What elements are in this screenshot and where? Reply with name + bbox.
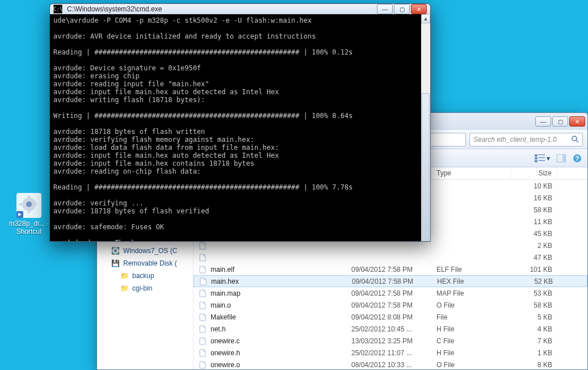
table-row[interactable]: Makefile09/04/2012 8:08 PMFile5 KB [194, 311, 587, 323]
folder-icon: 📁 [120, 271, 129, 280]
file-icon [198, 325, 207, 334]
file-date: 09/04/2012 7:58 PM [347, 266, 432, 274]
svg-rect-17 [562, 155, 565, 162]
cmd-titlebar[interactable]: C:\ C:\Windows\system32\cmd.exe — ▢ ✕ [50, 4, 430, 14]
col-type[interactable]: Type [432, 167, 511, 179]
desktop-shortcut-label: m328p_dr... - Shortcut [8, 220, 50, 236]
close-button[interactable]: ✕ [569, 116, 585, 127]
file-size: 52 KB [512, 278, 557, 285]
nav-backup-folder[interactable]: 📁backup [99, 270, 191, 282]
svg-rect-12 [535, 157, 537, 159]
svg-rect-13 [539, 157, 545, 158]
scroll-track[interactable] [421, 23, 430, 242]
gear-icon [15, 192, 43, 219]
preview-pane-button[interactable] [557, 154, 566, 162]
file-size: 7 KB [511, 337, 557, 345]
table-row[interactable]: onewire.h25/02/2012 11:07 ...H File1 KB [194, 347, 587, 359]
file-icon [198, 289, 207, 298]
file-date: 25/02/2012 11:07 ... [347, 349, 432, 357]
file-date: 13/03/2012 3:25 PM [347, 337, 432, 345]
file-size: 53 KB [511, 289, 557, 297]
table-row[interactable]: main.hex09/04/2012 7:58 PMHEX File52 KB [194, 275, 587, 287]
cmd-scrollbar[interactable]: ▲ ▼ [421, 14, 430, 242]
file-name: Makefile [211, 313, 236, 321]
file-size: 4 KB [511, 325, 557, 333]
file-icon [199, 277, 208, 286]
maximize-button[interactable]: ▢ [394, 4, 410, 14]
table-row[interactable]: onewire.c13/03/2012 3:25 PMC File7 KB [194, 335, 587, 347]
file-date: 09/04/2012 7:58 PM [347, 301, 432, 309]
file-date: 09/04/2012 8:08 PM [347, 313, 432, 321]
file-name: main.o [211, 301, 231, 309]
scroll-up-button[interactable]: ▲ [421, 14, 430, 23]
file-size: 1 KB [511, 349, 557, 357]
svg-rect-5 [19, 203, 22, 205]
svg-rect-4 [28, 210, 30, 213]
file-size: 58 KB [511, 301, 557, 309]
file-icon [198, 337, 207, 346]
file-type: O File [432, 361, 511, 369]
cmd-icon: C:\ [53, 5, 62, 14]
file-size: 2 KB [511, 242, 557, 250]
svg-rect-14 [535, 160, 537, 162]
scroll-thumb[interactable] [422, 93, 430, 242]
cmd-title: C:\Windows\system32\cmd.exe [67, 5, 372, 13]
minimize-button[interactable]: — [377, 4, 393, 14]
search-placeholder: Search eth_client_temp-1.0 [473, 136, 557, 144]
table-row[interactable]: net.h25/02/2012 10:45 ...H File4 KB [194, 323, 587, 335]
file-icon [198, 253, 207, 262]
usb-icon: 💾 [111, 259, 120, 268]
file-size: 8 KB [511, 361, 557, 369]
file-icon [198, 241, 207, 250]
folder-icon: 📁 [120, 284, 129, 293]
svg-rect-11 [539, 154, 545, 155]
file-size: 45 KB [511, 230, 557, 238]
file-size: 10 KB [511, 182, 557, 190]
svg-rect-15 [539, 160, 545, 161]
nav-removable-disk[interactable]: 💾Removable Disk ( [99, 257, 191, 270]
svg-text:?: ? [576, 155, 579, 162]
col-size[interactable]: Size [511, 167, 557, 179]
svg-rect-3 [28, 195, 30, 199]
file-size: 5 KB [511, 313, 557, 321]
file-name: net.h [211, 325, 226, 333]
file-type: H File [432, 349, 511, 357]
search-icon [572, 136, 579, 143]
file-type: H File [432, 325, 511, 333]
file-size: 16 KB [511, 194, 557, 202]
file-name: onewire.o [211, 361, 240, 369]
file-type: ELF File [432, 266, 511, 274]
file-icon [198, 313, 207, 322]
file-date: 08/04/2012 10:33 ... [347, 361, 432, 369]
file-size: 101 KB [511, 266, 557, 274]
help-button[interactable]: ? [573, 154, 582, 163]
file-name: main.hex [211, 278, 239, 285]
file-icon [198, 348, 207, 358]
view-icons-button[interactable]: ▾ [535, 154, 550, 162]
table-row[interactable]: main.o09/04/2012 7:58 PMO File58 KB [194, 299, 587, 311]
table-row[interactable]: main.elf09/04/2012 7:58 PMELF File101 KB [194, 263, 587, 275]
maximize-button[interactable]: ▢ [552, 116, 568, 127]
svg-rect-10 [535, 154, 537, 157]
file-size: 11 KB [511, 218, 557, 226]
minimize-button[interactable]: — [535, 116, 551, 127]
table-row[interactable]: main.map09/04/2012 7:58 PMMAP File53 KB [194, 287, 587, 299]
file-name: main.elf [211, 266, 234, 274]
desktop-shortcut[interactable]: m328p_dr... - Shortcut [8, 192, 50, 236]
table-row[interactable]: 47 KB [194, 251, 587, 263]
file-name: main.map [211, 289, 241, 297]
file-size: 47 KB [511, 254, 557, 262]
cmd-output: ude\avrdude -P COM4 -p m328p -c stk500v2… [50, 14, 421, 242]
file-date: 09/04/2012 7:58 PM [347, 278, 432, 285]
nav-cgibin-folder[interactable]: 📁cgi-bin [99, 282, 191, 295]
file-date: 09/04/2012 7:58 PM [347, 289, 432, 297]
nav-win7-disk[interactable]: 💽Windows7_OS (C [99, 245, 191, 257]
svg-rect-6 [33, 203, 37, 205]
close-button[interactable]: ✕ [411, 4, 427, 14]
svg-point-2 [26, 201, 32, 207]
file-type: O File [432, 301, 511, 309]
file-icon [198, 301, 207, 310]
file-name: onewire.c [211, 337, 240, 345]
table-row[interactable]: onewire.o08/04/2012 10:33 ...O File8 KB [194, 359, 587, 369]
search-input[interactable]: Search eth_client_temp-1.0 [469, 133, 583, 146]
